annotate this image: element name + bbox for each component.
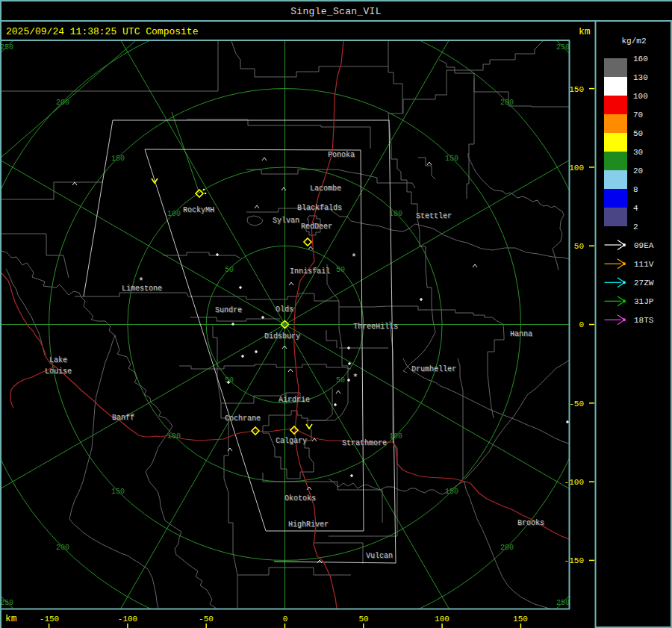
svg-text:150: 150 [111, 488, 125, 496]
svg-text:150: 150 [445, 155, 458, 163]
svg-text:09EA: 09EA [634, 241, 654, 250]
svg-text:Blackfalds: Blackfalds [297, 204, 342, 212]
svg-text:50: 50 [336, 266, 345, 274]
svg-text:-100: -100 [564, 478, 584, 487]
svg-text:18TS: 18TS [634, 316, 654, 325]
svg-text:250: 250 [556, 43, 570, 52]
svg-text:Sylvan: Sylvan [273, 217, 299, 225]
svg-text:kg/m2: kg/m2 [621, 37, 646, 46]
svg-text:Olds: Olds [276, 305, 293, 314]
svg-text:Strathmore: Strathmore [342, 439, 387, 447]
svg-text:Louise: Louise [45, 367, 72, 376]
svg-text:Okotoks: Okotoks [284, 494, 316, 503]
svg-text:Vulcan: Vulcan [366, 552, 393, 560]
svg-text:km: km [579, 26, 591, 37]
svg-text:150: 150 [445, 488, 458, 496]
svg-text:Lake: Lake [49, 356, 67, 364]
svg-text:Banff: Banff [112, 414, 134, 422]
svg-text:200: 200 [500, 99, 514, 107]
svg-text:*: * [138, 276, 144, 287]
svg-text:ThreeHills: ThreeHills [353, 323, 398, 331]
svg-text:Ponoka: Ponoka [328, 151, 355, 159]
svg-text:150: 150 [569, 85, 584, 94]
svg-text:RedDeer: RedDeer [301, 223, 332, 231]
svg-text:50: 50 [336, 376, 345, 385]
svg-text:-50: -50 [199, 615, 214, 624]
svg-text:50: 50 [225, 266, 234, 274]
svg-text:200: 200 [500, 544, 514, 552]
svg-text:200: 200 [56, 99, 69, 107]
svg-text:Calgary: Calgary [276, 437, 307, 445]
svg-text:*: * [351, 252, 357, 263]
svg-text:2: 2 [633, 223, 638, 231]
svg-text:27ZW: 27ZW [634, 279, 654, 287]
svg-text:Drumheller: Drumheller [411, 365, 456, 373]
svg-text:250: 250 [556, 599, 570, 607]
svg-text:Innisfail: Innisfail [290, 267, 330, 276]
svg-text:Cochrane: Cochrane [225, 414, 261, 423]
svg-text:200: 200 [56, 544, 69, 552]
svg-text:RockyMH: RockyMH [183, 206, 214, 214]
svg-text:-100: -100 [118, 615, 137, 624]
svg-text:8: 8 [633, 185, 638, 194]
svg-text:-50: -50 [569, 400, 584, 408]
svg-text:70: 70 [633, 111, 643, 119]
svg-text:150: 150 [111, 155, 125, 163]
svg-text:31JP: 31JP [634, 297, 654, 306]
svg-text:50: 50 [574, 242, 584, 251]
svg-text:2025/09/24 11:38:25 UTC Compos: 2025/09/24 11:38:25 UTC Composite [6, 26, 198, 37]
svg-text:Single_Scan_VIL: Single_Scan_VIL [290, 6, 382, 17]
svg-text:30: 30 [633, 148, 643, 157]
svg-text:100: 100 [167, 432, 181, 441]
svg-text:100: 100 [389, 432, 402, 441]
svg-text:100: 100 [569, 164, 584, 172]
svg-text:-150: -150 [564, 556, 584, 565]
svg-text:20: 20 [633, 167, 643, 175]
svg-text:0: 0 [579, 320, 584, 329]
svg-text:*: * [352, 372, 358, 383]
svg-text:-150: -150 [40, 615, 59, 624]
svg-text:HighRiver: HighRiver [288, 520, 329, 529]
svg-text:Brooks: Brooks [517, 519, 544, 527]
svg-text:4: 4 [633, 204, 638, 213]
svg-text:100: 100 [633, 92, 648, 101]
svg-text:0: 0 [283, 615, 288, 624]
svg-text:130: 130 [633, 73, 648, 82]
svg-text:Didsbury: Didsbury [264, 332, 300, 341]
svg-text:100: 100 [389, 210, 402, 218]
svg-text:Stettler: Stettler [416, 212, 452, 220]
svg-text:Lacombe: Lacombe [310, 184, 341, 193]
svg-text:50: 50 [633, 129, 643, 138]
svg-text:250: 250 [0, 599, 13, 607]
svg-text:160: 160 [633, 55, 648, 63]
svg-text:50: 50 [225, 376, 234, 385]
svg-text:111V: 111V [634, 260, 654, 269]
svg-text:Airdrie: Airdrie [279, 396, 310, 404]
svg-text:100: 100 [435, 615, 449, 624]
svg-text:250: 250 [0, 43, 13, 52]
svg-text:Sundre: Sundre [215, 306, 242, 314]
svg-text:Hanna: Hanna [510, 330, 532, 338]
svg-text:100: 100 [167, 210, 181, 218]
svg-text:150: 150 [513, 615, 528, 624]
svg-text:km: km [5, 613, 17, 624]
svg-text:50: 50 [358, 615, 368, 624]
